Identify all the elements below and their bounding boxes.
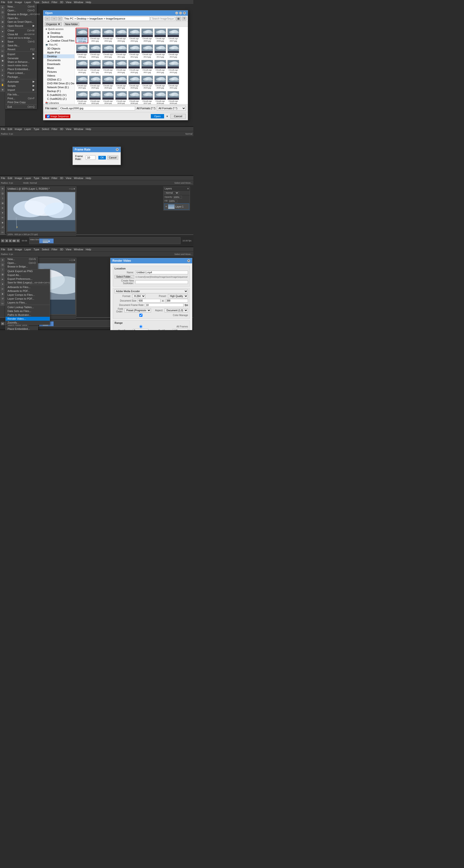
name-input[interactable] bbox=[135, 271, 188, 274]
file-thumb[interactable]: CloudLogo2000.jpg bbox=[75, 28, 88, 43]
tl-first4[interactable]: ⏮ bbox=[1, 322, 4, 325]
exp-export-as[interactable]: Export As... bbox=[5, 273, 50, 277]
exp-data-sets[interactable]: Data Sets as Files... bbox=[5, 309, 50, 313]
menu-item-open-recent[interactable]: Open Recent▶ bbox=[5, 24, 36, 28]
menu3-edit[interactable]: Edit bbox=[8, 177, 12, 180]
menu4-type[interactable]: Type bbox=[34, 248, 39, 251]
menu-item-package[interactable]: Package... bbox=[5, 75, 36, 79]
menu2-layer[interactable]: Layer bbox=[24, 128, 31, 130]
tool3-brush[interactable]: ✏ bbox=[0, 216, 5, 220]
menu-item-bridge[interactable]: Browse in Bridge...Alt+Ctrl+O bbox=[5, 12, 36, 16]
file-thumb[interactable]: CloudLogo2006.jpg bbox=[154, 28, 166, 43]
menu2-edit[interactable]: Edit bbox=[8, 128, 12, 130]
file-thumb[interactable]: CloudLogo2010.jpg bbox=[102, 44, 114, 59]
cancel-btn[interactable]: Cancel bbox=[171, 114, 186, 119]
file-thumb[interactable]: CloudLogo2007.jpg bbox=[167, 28, 180, 43]
file-thumb[interactable]: CloudLogo2014.jpg bbox=[154, 44, 166, 59]
frame-rate-input[interactable] bbox=[86, 155, 95, 160]
tool-heal[interactable]: ✦ bbox=[0, 29, 5, 34]
canvas-close4[interactable]: ✕ bbox=[73, 259, 75, 261]
tool4-lasso[interactable]: ⌇ bbox=[0, 268, 5, 272]
tool3-erase[interactable]: ▭ bbox=[0, 230, 5, 235]
file-thumb[interactable]: CloudLogo2023.jpg bbox=[167, 59, 180, 74]
image-sequence-checkbox[interactable]: Image Sequence bbox=[45, 115, 70, 118]
file-thumb[interactable]: CloudLogo2036.jpg bbox=[128, 90, 141, 104]
menu2-image[interactable]: Image bbox=[15, 128, 22, 130]
file-thumb[interactable]: CloudLogo2008.jpg bbox=[75, 44, 88, 59]
sidebar-desktop[interactable]: 🖥Desktop bbox=[43, 31, 74, 35]
file-thumb[interactable]: CloudLogo2025.jpg bbox=[89, 75, 101, 90]
layer-eye3[interactable]: 👁 bbox=[165, 206, 167, 208]
exp-artboards-pdf[interactable]: Artboards to PDF... bbox=[5, 289, 50, 293]
dialog-minimize[interactable]: ─ bbox=[175, 11, 178, 14]
tool4-brush[interactable]: ✏ bbox=[0, 287, 5, 291]
exp-layers-files[interactable]: Layers to Files... bbox=[5, 301, 50, 305]
menu4-window[interactable]: Window bbox=[74, 248, 83, 251]
exp-layer-comps-pdf[interactable]: Layer Comps to PDF... bbox=[5, 297, 50, 301]
tool4-heal[interactable]: ✦ bbox=[0, 282, 5, 286]
exp-layer-comps-files[interactable]: Layer Comps to Files... bbox=[5, 293, 50, 297]
file-thumb[interactable]: CloudLogo2034.jpg bbox=[102, 90, 114, 104]
sidebar-pictures[interactable]: Pictures bbox=[43, 70, 74, 74]
encoder-select[interactable]: Adobe Media Encoder bbox=[115, 289, 188, 293]
sidebar-backup[interactable]: Backup (F:) bbox=[43, 89, 74, 93]
file-thumb[interactable]: CloudLogo2037.jpg bbox=[141, 90, 153, 104]
file-thumb[interactable]: CloudLogo2035.jpg bbox=[115, 90, 127, 104]
menu-edit[interactable]: Edit bbox=[8, 1, 12, 4]
menu4-view[interactable]: View bbox=[66, 248, 71, 251]
tl-track3[interactable]: Video Group 1 ▶ bbox=[29, 237, 181, 244]
end-frame-input4[interactable] bbox=[173, 329, 188, 330]
menu4-file[interactable]: File bbox=[1, 248, 5, 251]
menu3-image[interactable]: Image bbox=[15, 177, 22, 180]
tl-clip3[interactable]: ▶ bbox=[39, 239, 54, 243]
color-manage-check4[interactable] bbox=[115, 314, 167, 317]
exp-render-video[interactable]: Render Video... bbox=[5, 317, 50, 321]
fm4-place-emb[interactable]: Place Embedded... bbox=[5, 327, 38, 330]
menu4-help[interactable]: Help bbox=[86, 248, 91, 251]
menu3-file[interactable]: File bbox=[1, 177, 5, 180]
menu-item-place-linked[interactable]: Place Linked... bbox=[5, 71, 36, 75]
menu-item-print-one[interactable]: Print One Copy bbox=[5, 100, 36, 104]
menu4-edit[interactable]: Edit bbox=[8, 248, 12, 251]
exp-color-lookup[interactable]: Color Lookup Tables... bbox=[5, 305, 50, 309]
fm4-new[interactable]: New...Ctrl+N bbox=[5, 257, 38, 261]
tool4-history[interactable]: ↺ bbox=[0, 297, 5, 301]
fill-input3[interactable] bbox=[169, 199, 177, 203]
menu-item-print[interactable]: Print...Ctrl+P bbox=[5, 96, 36, 100]
canvas-minimize4[interactable]: ─ bbox=[69, 259, 71, 261]
sidebar-downloads[interactable]: ⬇Downloads bbox=[43, 35, 74, 39]
file-thumb[interactable]: CloudLogo2018.jpg bbox=[102, 59, 114, 74]
file-thumb[interactable]: CloudLogo2015.jpg bbox=[167, 44, 180, 59]
menu-item-adobe-stock[interactable]: Search Adobe Stock... bbox=[5, 64, 36, 67]
menu3-window[interactable]: Window bbox=[74, 177, 83, 180]
menu-item-open-as[interactable]: Open As... bbox=[5, 16, 36, 20]
file-thumb[interactable]: CloudLogo2039.jpg bbox=[167, 90, 180, 104]
menu-select[interactable]: Select bbox=[42, 1, 49, 4]
fm4-open[interactable]: Open...Ctrl+O bbox=[5, 261, 38, 265]
file-thumb[interactable]: CloudLogo2032.jpg bbox=[75, 90, 88, 104]
menu-item-smart-object[interactable]: Open as Smart Object... bbox=[5, 20, 36, 24]
sidebar-videos[interactable]: Videos bbox=[43, 74, 74, 78]
tool-rect-select[interactable]: ⊡ bbox=[0, 10, 5, 14]
nav-forward[interactable]: → bbox=[51, 17, 57, 21]
tool-crop[interactable]: ⊞ bbox=[0, 20, 5, 24]
tool-text[interactable]: T bbox=[0, 68, 5, 72]
organize-btn[interactable]: Organize ▼ bbox=[45, 22, 62, 26]
menu-item-close-all[interactable]: Close AllAlt+Ctrl+W bbox=[5, 32, 36, 36]
file-thumb[interactable]: CloudLogo2022.jpg bbox=[154, 59, 166, 74]
menu3-type[interactable]: Type bbox=[34, 177, 39, 180]
file-thumb[interactable]: CloudLogo2009.jpg bbox=[89, 44, 101, 59]
blend-mode-select3[interactable]: Normal bbox=[164, 191, 179, 194]
tool3-history[interactable]: ↺ bbox=[0, 225, 5, 229]
menu-window[interactable]: Window bbox=[74, 1, 83, 4]
sidebar-music[interactable]: Music bbox=[43, 66, 74, 70]
sidebar-v-drive[interactable]: E (\\uk8620) (V:) bbox=[43, 93, 74, 97]
preset-select4[interactable]: High Quality bbox=[168, 294, 188, 298]
tool4-clone[interactable]: ◈ bbox=[0, 292, 5, 296]
subfolder-input[interactable] bbox=[135, 280, 188, 284]
menu2-help[interactable]: Help bbox=[86, 128, 91, 130]
menu-item-place-embedded[interactable]: Place Embedded... bbox=[5, 67, 36, 71]
select-folder-btn[interactable]: Select Folder... bbox=[115, 275, 134, 279]
tool-dodge[interactable]: ◉ bbox=[0, 59, 5, 63]
menu-filter[interactable]: Filter bbox=[52, 1, 57, 4]
